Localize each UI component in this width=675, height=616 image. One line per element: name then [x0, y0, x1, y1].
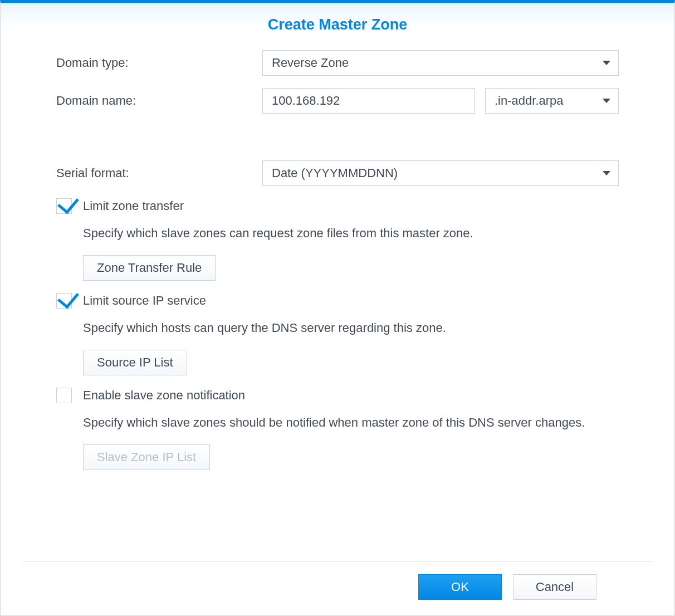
chevron-down-icon [603, 99, 610, 103]
domain-suffix-select[interactable]: .in-addr.arpa [485, 88, 619, 114]
enable-slave-notification-label[interactable]: Enable slave zone notification [83, 388, 245, 403]
enable-slave-notification-checkbox[interactable] [56, 388, 72, 403]
limit-zone-transfer-row: Limit zone transfer [56, 198, 619, 214]
dialog-title: Create Master Zone [1, 3, 674, 38]
limit-source-ip-description: Specify which hosts can query the DNS se… [83, 319, 619, 338]
ok-button[interactable]: OK [418, 574, 502, 600]
source-ip-list-button[interactable]: Source IP List [83, 350, 187, 375]
limit-zone-transfer-description: Specify which slave zones can request zo… [83, 224, 619, 243]
domain-suffix-value: .in-addr.arpa [495, 94, 564, 108]
slave-zone-ip-list-button: Slave Zone IP List [83, 444, 210, 470]
domain-type-value: Reverse Zone [272, 56, 349, 70]
domain-name-row: Domain name: .in-addr.arpa [56, 88, 619, 114]
dialog-footer: OK Cancel [23, 561, 652, 615]
domain-type-label: Domain type: [56, 56, 262, 70]
limit-source-ip-label[interactable]: Limit source IP service [83, 294, 206, 308]
chevron-down-icon [603, 61, 610, 65]
limit-source-ip-checkbox[interactable] [56, 293, 72, 309]
enable-slave-notification-row: Enable slave zone notification [56, 388, 619, 403]
serial-format-value: Date (YYYYMMDDNN) [272, 166, 398, 180]
serial-format-row: Serial format: Date (YYYYMMDDNN) [56, 160, 619, 186]
domain-type-row: Domain type: Reverse Zone [56, 50, 619, 76]
limit-zone-transfer-label[interactable]: Limit zone transfer [83, 199, 184, 213]
domain-name-label: Domain name: [56, 94, 262, 108]
enable-slave-notification-description: Specify which slave zones should be noti… [83, 413, 619, 432]
limit-source-ip-row: Limit source IP service [56, 293, 619, 309]
chevron-down-icon [603, 171, 610, 175]
domain-name-input[interactable] [262, 88, 475, 114]
domain-type-select[interactable]: Reverse Zone [262, 50, 619, 76]
dialog-body: Domain type: Reverse Zone Domain name: .… [1, 38, 674, 561]
create-master-zone-dialog: Create Master Zone Domain type: Reverse … [0, 0, 675, 616]
zone-transfer-rule-button[interactable]: Zone Transfer Rule [83, 255, 216, 281]
cancel-button[interactable]: Cancel [513, 574, 596, 600]
serial-format-select[interactable]: Date (YYYYMMDDNN) [262, 160, 619, 186]
serial-format-label: Serial format: [56, 166, 262, 180]
limit-zone-transfer-checkbox[interactable] [56, 198, 72, 214]
